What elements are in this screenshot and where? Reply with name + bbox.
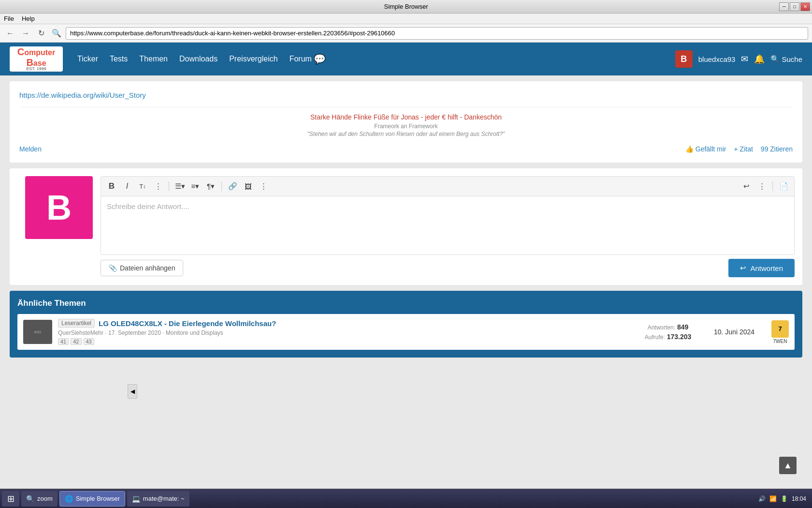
user-name[interactable]: bluedxca93 — [698, 55, 736, 63]
address-input[interactable] — [66, 27, 808, 40]
title-bar: Simple Browser ─ □ ✕ — [0, 0, 812, 14]
thread-tag-3[interactable]: 43 — [84, 338, 94, 345]
start-icon: ⊞ — [7, 493, 14, 504]
close-button[interactable]: ✕ — [800, 2, 810, 11]
thread-score-container: 7 7WEN — [771, 320, 789, 344]
menu-help[interactable]: Help — [22, 15, 35, 22]
terminal-icon: 💻 — [132, 495, 140, 503]
post-signature: Starke Hände Flinke Füße für Jonas - jed… — [19, 107, 793, 137]
search-button-nav[interactable]: 🔍 — [50, 27, 63, 40]
reply-icon: ↩ — [740, 264, 746, 272]
taskbar-clock: 18:04 — [792, 495, 806, 502]
text-size-button[interactable]: T↕ — [136, 179, 149, 193]
quote-button[interactable]: 99 Zitieren — [761, 145, 793, 153]
browser-icon: 🌐 — [65, 495, 73, 503]
window-title: Simple Browser — [384, 3, 428, 10]
restore-button[interactable]: □ — [790, 2, 799, 11]
main-nav: Ticker Tests Themen Downloads Preisvergl… — [77, 53, 661, 65]
network-icon[interactable]: 📶 — [769, 495, 777, 502]
battery-icon[interactable]: 🔋 — [781, 495, 788, 502]
menu-bar: File Help — [0, 14, 812, 24]
post-actions: Melden 👍 Gefällt mir + Zitat 99 Zitieren — [19, 145, 793, 153]
volume-icon[interactable]: 🔊 — [758, 495, 766, 502]
reply-section: ◀ B B I T↕ ⋮ ☰▾ ≡▾ ¶▾ 🔗 🖼 ⋮ — [10, 168, 802, 285]
taskbar-right: 🔊 📶 🔋 18:04 — [758, 495, 810, 502]
like-button[interactable]: 👍 Gefällt mir — [685, 145, 726, 153]
nav-forum[interactable]: Forum 💬 — [290, 53, 326, 65]
report-button[interactable]: Melden — [19, 145, 42, 153]
refresh-button[interactable]: ↻ — [35, 27, 47, 40]
short-quote-button[interactable]: + Zitat — [734, 145, 753, 153]
search-icon: 🔍 — [770, 55, 780, 63]
taskbar-terminal[interactable]: 💻 mate@mate: ~ — [127, 491, 189, 507]
thread-tag-1[interactable]: 41 — [58, 338, 69, 345]
zoom-icon: 🔍 — [26, 495, 34, 503]
attach-button[interactable]: 📎 Dateien anhängen — [101, 260, 183, 276]
nav-tests[interactable]: Tests — [110, 55, 128, 63]
thread-tags: 41 42 43 — [58, 338, 633, 345]
reply-editor: B I T↕ ⋮ ☰▾ ≡▾ ¶▾ 🔗 🖼 ⋮ ↩ ⋮ 📄 — [101, 176, 795, 255]
image-button[interactable]: 🖼 — [241, 179, 255, 193]
start-button[interactable]: ⊞ — [2, 491, 19, 507]
user-area: B bluedxca93 ✉ 🔔 🔍 Suche — [675, 50, 802, 68]
toolbar-sep-1 — [169, 181, 169, 191]
address-bar: ← → ↻ 🔍 — [0, 24, 812, 43]
menu-file[interactable]: File — [4, 15, 14, 22]
sig-line3: "Stehen wir auf den Schultern von Riesen… — [19, 131, 793, 137]
thread-score: 7 — [771, 320, 789, 338]
similar-threads-section: Ähnliche Themen IMG Leserartikel LG OLED… — [10, 291, 802, 358]
back-button[interactable]: ← — [4, 27, 16, 40]
editor-body[interactable]: Schreibe deine Antwort.... — [101, 196, 794, 254]
post-link[interactable]: https://de.wikipedia.org/wiki/User_Story — [19, 91, 146, 99]
taskbar-browser[interactable]: 🌐 Simple Browser — [59, 491, 125, 507]
align-button[interactable]: ≡▾ — [188, 179, 202, 193]
thread-meta: QuerSiehsteMehr · 17. September 2020 · M… — [58, 329, 633, 336]
thread-tag-2[interactable]: 42 — [71, 338, 81, 345]
site-logo[interactable]: Computer Base EST. 1999 — [10, 46, 63, 72]
user-avatar[interactable]: B — [675, 50, 693, 68]
site-header: Computer Base EST. 1999 Ticker Tests The… — [0, 43, 812, 75]
thread-thumbnail: IMG — [23, 320, 52, 344]
thumb-up-icon: 👍 — [685, 145, 694, 153]
link-button[interactable]: 🔗 — [226, 179, 239, 193]
post-action-right: 👍 Gefällt mir + Zitat 99 Zitieren — [685, 145, 793, 153]
search-button[interactable]: 🔍 Suche — [770, 55, 802, 63]
bold-button[interactable]: B — [105, 179, 118, 193]
thread-date: 10. Juni 2024 — [703, 328, 766, 336]
editor-toolbar: B I T↕ ⋮ ☰▾ ≡▾ ¶▾ 🔗 🖼 ⋮ ↩ ⋮ 📄 — [101, 177, 794, 196]
sig-line1: Starke Hände Flinke Füße für Jonas - jed… — [19, 113, 793, 121]
nav-themen[interactable]: Themen — [139, 55, 168, 63]
collapse-button[interactable]: ◀ — [128, 384, 137, 399]
window-controls: ─ □ ✕ — [779, 2, 810, 11]
list-button[interactable]: ☰▾ — [173, 179, 187, 193]
editor-container: B I T↕ ⋮ ☰▾ ≡▾ ¶▾ 🔗 🖼 ⋮ ↩ ⋮ 📄 — [101, 176, 795, 277]
minimize-button[interactable]: ─ — [779, 2, 789, 11]
attach-preview-button[interactable]: 📄 — [777, 179, 790, 193]
thread-badge: Leserartikel — [58, 319, 95, 328]
paragraph-button[interactable]: ¶▾ — [204, 179, 218, 193]
paperclip-icon: 📎 — [109, 264, 117, 272]
sig-line2: Frameork an Framework — [19, 123, 793, 130]
forward-button[interactable]: → — [19, 27, 32, 40]
forum-chat-icon: 💬 — [314, 53, 326, 65]
more-button[interactable]: ⋮ — [257, 179, 270, 193]
post-section: https://de.wikipedia.org/wiki/User_Story… — [10, 81, 802, 163]
thread-stats: Antworten: 849 Aufrufe: 173.203 — [639, 323, 697, 341]
thread-title[interactable]: LG OLED48CX8LX - Die Eierlegende Wollmil… — [99, 319, 276, 328]
toolbar-sep-2 — [221, 181, 222, 191]
nav-downloads[interactable]: Downloads — [179, 55, 218, 63]
nav-ticker[interactable]: Ticker — [77, 55, 98, 63]
nav-preisvergleich[interactable]: Preisvergleich — [229, 55, 277, 63]
reply-button[interactable]: ↩ Antworten — [728, 259, 795, 277]
toolbar-sep-3 — [772, 181, 773, 191]
more2-button[interactable]: ⋮ — [755, 179, 768, 193]
scroll-to-top-button[interactable]: ▲ — [779, 457, 797, 474]
mail-icon[interactable]: ✉ — [741, 54, 748, 64]
undo-button[interactable]: ↩ — [740, 179, 753, 193]
similar-thread-item: IMG Leserartikel LG OLED48CX8LX - Die Ei… — [17, 314, 795, 350]
similar-threads-title: Ähnliche Themen — [17, 299, 795, 308]
more-format-button[interactable]: ⋮ — [151, 179, 165, 193]
italic-button[interactable]: I — [120, 179, 134, 193]
bell-icon[interactable]: 🔔 — [754, 54, 765, 64]
taskbar-zoom[interactable]: 🔍 zoom — [21, 491, 58, 507]
